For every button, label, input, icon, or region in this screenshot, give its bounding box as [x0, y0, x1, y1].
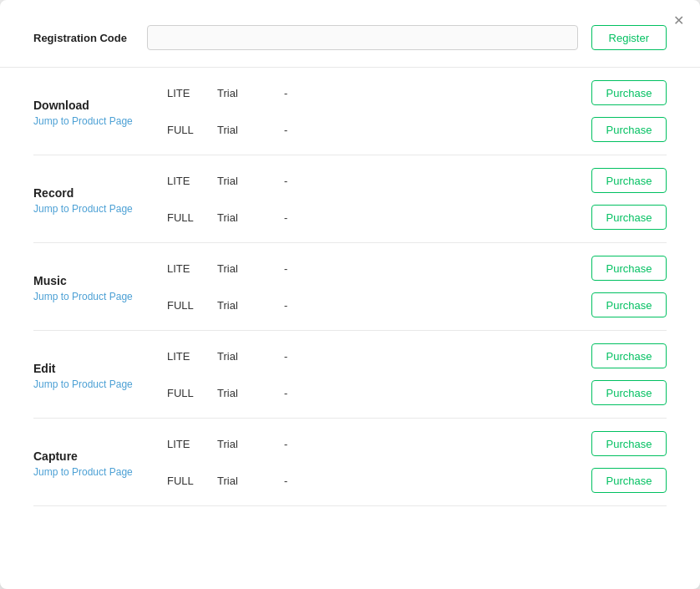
product-row-edit: EditJump to Product PageLITETrial-Purcha…: [33, 331, 667, 419]
purchase-button-edit-lite[interactable]: Purchase: [591, 343, 667, 368]
edition-row-record-full: FULLTrial-Purchase: [167, 202, 667, 232]
edition-status-download-0: Trial: [217, 87, 284, 99]
product-name-music: Music: [33, 274, 167, 287]
edition-type-capture-1: FULL: [167, 475, 217, 487]
product-info-music: MusicJump to Product Page: [33, 253, 167, 320]
product-name-edit: Edit: [33, 362, 167, 375]
product-name-download: Download: [33, 99, 167, 112]
edition-key-record-1: -: [284, 211, 351, 224]
product-link-capture[interactable]: Jump to Product Page: [33, 466, 167, 478]
edition-row-download-full: FULLTrial-Purchase: [167, 114, 667, 145]
edition-key-edit-1: -: [284, 387, 351, 399]
product-info-record: RecordJump to Product Page: [33, 165, 167, 232]
purchase-button-music-full[interactable]: Purchase: [591, 292, 667, 317]
product-link-download[interactable]: Jump to Product Page: [33, 115, 167, 127]
product-name-capture: Capture: [33, 449, 167, 463]
edition-status-download-1: Trial: [217, 124, 284, 136]
edition-row-download-lite: LITETrial-Purchase: [167, 78, 667, 108]
edition-type-edit-1: FULL: [167, 387, 217, 399]
product-row-music: MusicJump to Product PageLITETrial-Purch…: [33, 243, 667, 331]
product-row-capture: CaptureJump to Product PageLITETrial-Pur…: [33, 419, 667, 506]
edition-row-capture-lite: LITETrial-Purchase: [167, 429, 667, 459]
close-button[interactable]: ✕: [670, 12, 687, 28]
edition-status-record-1: Trial: [217, 211, 284, 224]
product-editions-edit: LITETrial-PurchaseFULLTrial-Purchase: [167, 341, 667, 408]
edition-type-capture-0: LITE: [167, 438, 217, 450]
edition-type-download-0: LITE: [167, 87, 217, 99]
product-link-edit[interactable]: Jump to Product Page: [33, 378, 167, 390]
edition-row-record-lite: LITETrial-Purchase: [167, 165, 667, 195]
edition-type-record-1: FULL: [167, 211, 217, 224]
products-container: DownloadJump to Product PageLITETrial-Pu…: [0, 68, 700, 506]
edition-row-capture-full: FULLTrial-Purchase: [167, 465, 667, 495]
product-editions-music: LITETrial-PurchaseFULLTrial-Purchase: [167, 253, 667, 320]
registration-code-label: Registration Code: [33, 32, 134, 44]
edition-key-download-0: -: [284, 87, 351, 99]
product-link-music[interactable]: Jump to Product Page: [33, 291, 167, 302]
product-editions-capture: LITETrial-PurchaseFULLTrial-Purchase: [167, 429, 667, 495]
edition-row-music-full: FULLTrial-Purchase: [167, 290, 667, 320]
edition-type-record-0: LITE: [167, 175, 217, 187]
product-name-record: Record: [33, 186, 167, 200]
product-info-download: DownloadJump to Product Page: [33, 78, 167, 145]
edition-key-download-1: -: [284, 124, 351, 136]
product-row-download: DownloadJump to Product PageLITETrial-Pu…: [33, 68, 667, 155]
edition-type-edit-0: LITE: [167, 350, 217, 363]
product-editions-record: LITETrial-PurchaseFULLTrial-Purchase: [167, 165, 667, 232]
edition-status-music-1: Trial: [217, 299, 284, 312]
registration-section: Registration Code Register: [0, 0, 700, 68]
dialog: ✕ Registration Code Register DownloadJum…: [0, 0, 700, 589]
product-row-record: RecordJump to Product PageLITETrial-Purc…: [33, 155, 667, 243]
edition-key-record-0: -: [284, 175, 351, 187]
product-info-capture: CaptureJump to Product Page: [33, 429, 167, 495]
edition-key-capture-0: -: [284, 438, 351, 450]
purchase-button-record-lite[interactable]: Purchase: [591, 168, 667, 193]
product-link-record[interactable]: Jump to Product Page: [33, 203, 167, 215]
product-editions-download: LITETrial-PurchaseFULLTrial-Purchase: [167, 78, 667, 145]
edition-status-capture-1: Trial: [217, 475, 284, 487]
edition-row-edit-full: FULLTrial-Purchase: [167, 378, 667, 408]
edition-key-edit-0: -: [284, 350, 351, 363]
edition-type-download-1: FULL: [167, 124, 217, 136]
purchase-button-capture-full[interactable]: Purchase: [591, 468, 667, 493]
purchase-button-download-full[interactable]: Purchase: [591, 117, 667, 142]
edition-row-edit-lite: LITETrial-Purchase: [167, 341, 667, 371]
purchase-button-capture-lite[interactable]: Purchase: [591, 431, 667, 456]
purchase-button-edit-full[interactable]: Purchase: [591, 380, 667, 405]
purchase-button-music-lite[interactable]: Purchase: [591, 256, 667, 281]
edition-key-music-0: -: [284, 262, 351, 275]
edition-type-music-1: FULL: [167, 299, 217, 312]
edition-row-music-lite: LITETrial-Purchase: [167, 253, 667, 283]
purchase-button-download-lite[interactable]: Purchase: [591, 80, 667, 105]
edition-status-edit-0: Trial: [217, 350, 284, 363]
edition-status-capture-0: Trial: [217, 438, 284, 450]
edition-status-edit-1: Trial: [217, 387, 284, 399]
edition-status-music-0: Trial: [217, 262, 284, 275]
purchase-button-record-full[interactable]: Purchase: [591, 205, 667, 230]
register-button[interactable]: Register: [591, 25, 667, 50]
registration-code-input[interactable]: [147, 25, 578, 50]
product-info-edit: EditJump to Product Page: [33, 341, 167, 408]
edition-key-music-1: -: [284, 299, 351, 312]
edition-key-capture-1: -: [284, 475, 351, 487]
edition-type-music-0: LITE: [167, 262, 217, 275]
edition-status-record-0: Trial: [217, 175, 284, 187]
